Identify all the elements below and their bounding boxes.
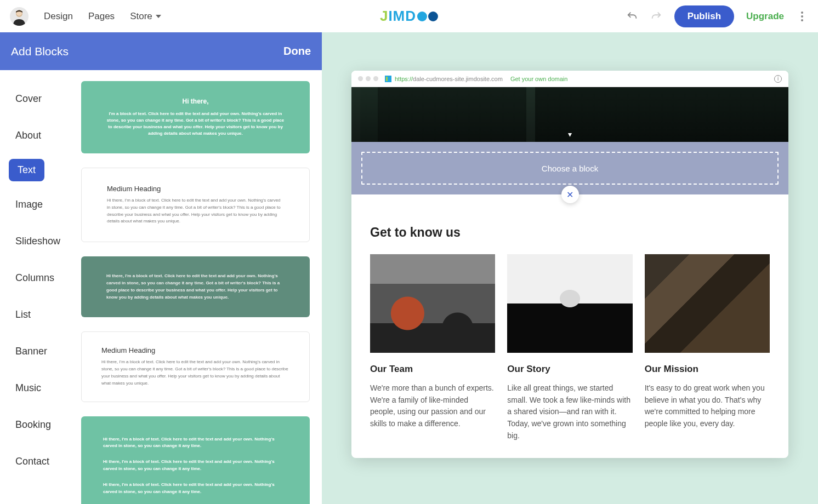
block-paragraph: Hi there, I'm a block of text. Click her… [103, 482, 288, 496]
block-heading: Medium Heading [101, 346, 289, 354]
chevron-down-icon [156, 15, 161, 18]
column-title: Our Team [370, 364, 495, 375]
site-preview-canvas: https://dale-cudmores-site.jimdosite.com… [322, 32, 818, 504]
jimdo-logo: JIMD [380, 8, 438, 25]
block-paragraph: I'm a block of text. Click here to edit … [106, 111, 285, 137]
upgrade-link[interactable]: Upgrade [746, 11, 784, 22]
favicon-icon [385, 76, 391, 82]
panel-title: Add Blocks [11, 45, 69, 58]
nav-store[interactable]: Store [130, 11, 161, 22]
redo-icon[interactable] [650, 10, 662, 22]
block-heading: Medium Heading [107, 185, 284, 193]
category-text[interactable]: Text [9, 159, 44, 181]
browser-url-bar: https://dale-cudmores-site.jimdosite.com… [351, 71, 788, 87]
undo-icon[interactable] [626, 10, 638, 22]
category-music[interactable]: Music [9, 375, 76, 402]
top-nav: Design Pages Store [44, 11, 161, 22]
category-image[interactable]: Image [9, 191, 76, 218]
more-menu-icon[interactable] [796, 10, 808, 22]
nav-store-label: Store [130, 11, 152, 22]
column-image [645, 254, 770, 353]
nav-design[interactable]: Design [44, 11, 73, 22]
block-paragraph: Hi there, I'm a block of text. Click her… [101, 359, 289, 387]
chevron-down-icon[interactable]: ▾ [568, 130, 572, 142]
svg-rect-3 [385, 76, 391, 82]
text-block-template-2[interactable]: Medium Heading Hi there, I'm a block of … [81, 168, 310, 242]
column-body: It's easy to do great work when you beli… [645, 382, 770, 430]
browser-frame: https://dale-cudmores-site.jimdosite.com… [351, 71, 788, 458]
top-bar: Design Pages Store JIMD Publish Upgrade [0, 0, 818, 32]
svg-rect-4 [386, 77, 388, 81]
column-body: We're more than a bunch of experts. We'r… [370, 382, 495, 430]
nav-pages[interactable]: Pages [88, 11, 115, 22]
column-our-mission[interactable]: Our Mission It's easy to do great work w… [645, 254, 770, 442]
get-domain-link[interactable]: Get your own domain [510, 76, 568, 82]
category-booking[interactable]: Booking [9, 411, 76, 438]
close-icon[interactable]: ✕ [561, 186, 579, 203]
hero-section[interactable]: ▾ [351, 87, 788, 142]
column-image [507, 254, 632, 353]
panel-header: Add Blocks Done [0, 32, 322, 70]
add-blocks-panel: Add Blocks Done Cover About Text Image S… [0, 32, 322, 504]
url-text: https://dale-cudmores-site.jimdosite.com [395, 76, 503, 82]
category-slideshow[interactable]: Slideshow [9, 228, 76, 255]
block-templates-list[interactable]: Hi there, I'm a block of text. Click her… [76, 70, 322, 504]
category-columns[interactable]: Columns [9, 265, 76, 291]
column-title: Our Story [507, 364, 632, 375]
traffic-lights-icon [358, 76, 378, 81]
three-column-row: Our Team We're more than a bunch of expe… [370, 254, 770, 442]
publish-button[interactable]: Publish [674, 5, 734, 27]
column-our-story[interactable]: Our Story Like all great things, we star… [507, 254, 632, 442]
text-block-template-5[interactable]: Hi there, I'm a block of text. Click her… [81, 416, 310, 504]
text-block-template-1[interactable]: Hi there, I'm a block of text. Click her… [81, 81, 310, 153]
category-contact[interactable]: Contact [9, 448, 76, 475]
category-cover[interactable]: Cover [9, 85, 76, 112]
block-paragraph: Hi there, I'm a block of text. Click her… [107, 197, 284, 225]
block-heading: Hi there, [106, 98, 285, 105]
text-block-template-4[interactable]: Medium Heading Hi there, I'm a block of … [81, 331, 310, 402]
column-title: Our Mission [645, 364, 770, 375]
user-avatar[interactable] [10, 7, 29, 26]
block-categories: Cover About Text Image Slideshow Columns… [0, 70, 76, 504]
category-list[interactable]: List [9, 301, 76, 328]
category-about[interactable]: About [9, 122, 76, 149]
choose-block-label: Choose a block [542, 164, 598, 173]
column-our-team[interactable]: Our Team We're more than a bunch of expe… [370, 254, 495, 442]
top-right: Publish Upgrade [626, 5, 808, 27]
content-section: Get to know us Our Team We're more than … [351, 203, 788, 458]
column-image [370, 254, 495, 353]
column-body: Like all great things, we started small.… [507, 382, 632, 442]
text-block-template-3[interactable]: Hi there, I'm a block of text. Click her… [81, 256, 310, 317]
done-button[interactable]: Done [283, 45, 311, 58]
block-paragraph: Hi there, I'm a block of text. Click her… [106, 273, 285, 301]
block-paragraph: Hi there, I'm a block of text. Click her… [103, 459, 288, 473]
section-title: Get to know us [370, 225, 770, 240]
info-icon[interactable]: i [774, 75, 782, 83]
block-paragraph: Hi there, I'm a block of text. Click her… [103, 436, 288, 450]
category-banner[interactable]: Banner [9, 338, 76, 365]
